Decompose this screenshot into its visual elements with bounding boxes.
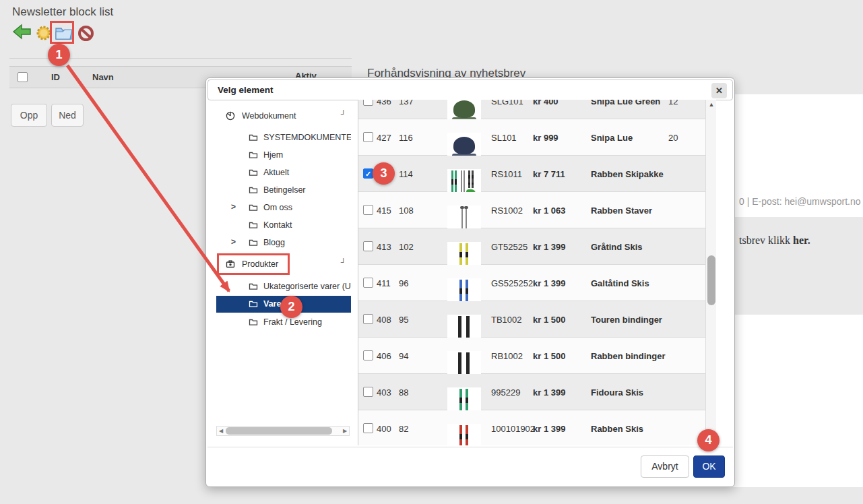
forbidden-icon[interactable] [77, 24, 95, 45]
move-up-button[interactable]: Opp [11, 104, 47, 127]
product-name: Rabben bindinger [591, 351, 666, 361]
scroll-left-icon[interactable]: ◀ [217, 427, 225, 435]
product-id: 436 [377, 100, 391, 106]
product-id: 408 [377, 315, 391, 325]
row-checkbox[interactable] [363, 132, 373, 142]
product-price: kr 400 [533, 100, 558, 106]
row-checkbox[interactable] [363, 350, 373, 360]
tree-item-blogg[interactable]: >Blogg [216, 234, 351, 251]
move-down-button[interactable]: Ned [51, 104, 84, 127]
product-name: Touren bindinger [591, 315, 662, 325]
tree-horizontal-scrollbar[interactable]: ◀ ▶ [216, 426, 350, 436]
row-checkbox[interactable] [363, 387, 373, 397]
chevron-right-icon[interactable]: > [231, 237, 236, 247]
product-qty: 12 [668, 100, 678, 106]
row-checkbox[interactable] [363, 241, 373, 251]
product-id: 403 [377, 387, 391, 398]
chevron-right-icon[interactable]: > [231, 202, 236, 212]
product-row[interactable]: 40895TB1002kr 1 500Touren bindinger [358, 301, 705, 338]
product-id: 411 [377, 278, 391, 288]
scrollbar-thumb[interactable] [226, 427, 332, 435]
scroll-up-icon[interactable]: ▲ [706, 101, 717, 108]
tree-item-label: Webdokument [242, 111, 296, 121]
tree-item-aktuelt[interactable]: Aktuelt [216, 164, 351, 181]
product-row[interactable]: 40082100101902kr 1 399Rabben Skis [358, 410, 705, 445]
product-name: Gråtind Skis [591, 242, 643, 252]
tree-item-hjem[interactable]: Hjem [216, 147, 351, 164]
folder-icon [249, 317, 258, 327]
page-title: Newsletter block list [12, 5, 113, 19]
product-list: 436137SLG101kr 400Snipa Lue Green1242711… [358, 100, 705, 445]
close-icon[interactable]: ✕ [711, 83, 727, 98]
product-row[interactable]: 436137SLG101kr 400Snipa Lue Green12 [358, 100, 705, 119]
back-arrow-icon[interactable] [12, 23, 32, 44]
tree-item-systemdokumenter[interactable]: SYSTEMDOKUMENTER [216, 129, 351, 146]
folder-icon [249, 238, 258, 247]
dialog-header: Velg element ✕ [207, 80, 733, 100]
product-sku: SL101 [491, 133, 517, 143]
tree-item-label: Blogg [263, 238, 285, 247]
product-ref: 108 [399, 206, 414, 216]
folder-icon [249, 203, 258, 212]
product-ref: 137 [399, 100, 414, 106]
product-sku: 100101902 [491, 424, 535, 434]
product-ref: 114 [399, 169, 413, 179]
product-row[interactable]: 41196GS525252kr 1 399Galtåtind Skis [358, 265, 705, 301]
preview-newsletter-text: tsbrev klikk her. [739, 234, 810, 247]
product-row[interactable]: 40388995229kr 1 399Fidoura Skis [358, 374, 705, 410]
ok-button[interactable]: OK [693, 455, 725, 478]
product-row[interactable]: 413102GT52525kr 1 399Gråtind Skis [358, 228, 705, 265]
product-ref: 116 [399, 133, 413, 143]
row-checkbox[interactable] [363, 100, 373, 106]
product-row[interactable]: 427116SL101kr 999Snipa Lue20 [358, 119, 705, 156]
tree-item-label: Aktuelt [263, 168, 289, 177]
product-row[interactable]: 415108RS1002kr 1 063Rabben Staver [358, 192, 705, 228]
row-checkbox[interactable]: ✓ [363, 168, 373, 179]
tree-item-frakt-levering[interactable]: Frakt / Levering [216, 314, 351, 331]
product-image-skis-red [447, 424, 481, 445]
product-qty: 20 [668, 133, 678, 143]
tree-item-label: Kontakt [263, 220, 292, 230]
folder-icon [249, 299, 258, 309]
cancel-button[interactable]: Avbryt [641, 455, 689, 478]
tree-item-kontakt[interactable]: Kontakt [216, 217, 351, 234]
row-checkbox[interactable] [363, 423, 373, 433]
product-name: Fidoura Skis [591, 387, 643, 398]
tree-item-label: SYSTEMDOKUMENTER [263, 133, 351, 142]
scroll-right-icon[interactable]: ▶ [341, 427, 349, 435]
product-name: Galtåtind Skis [591, 278, 649, 288]
row-checkbox[interactable] [363, 278, 373, 288]
select-all-checkbox[interactable] [18, 72, 28, 82]
product-list-scrollbar[interactable]: ▲ [705, 100, 716, 445]
scrollbar-thumb[interactable] [707, 255, 715, 305]
product-id: 413 [377, 242, 391, 252]
preview-newsletter-link[interactable]: her. [793, 234, 810, 246]
corner-icon[interactable]: ┘ [341, 110, 346, 118]
row-checkbox[interactable] [363, 314, 373, 324]
product-price: kr 1 063 [533, 206, 565, 216]
tree-item-betingelser[interactable]: Betingelser [216, 182, 351, 199]
product-id: 400 [377, 424, 391, 434]
product-name: Snipa Lue [591, 133, 633, 143]
tree-item-ukategoriserte-varer-uni-v3[interactable]: Ukategoriserte varer (UNI V3 [216, 278, 351, 295]
velg-element-dialog: Velg element ✕ Webdokument┘SYSTEMDOKUMEN… [205, 77, 735, 487]
corner-icon[interactable]: ┘ [341, 258, 346, 266]
product-row[interactable]: ✓114RS1011kr 7 711Rabben Skipakke [358, 156, 705, 192]
preview-newsletter-block: tsbrev klikk her. [714, 217, 863, 315]
product-row[interactable]: 40694RB1002kr 1 500Rabben bindinger [358, 338, 705, 374]
tree-item-webdokument[interactable]: Webdokument┘ [216, 108, 351, 125]
product-sku: RS1011 [491, 169, 522, 179]
tree-item-label: Hjem [263, 150, 283, 160]
folder-icon [249, 150, 258, 160]
tree-item-om-oss[interactable]: >Om oss [216, 199, 351, 216]
tree-item-label: Frakt / Levering [263, 317, 322, 327]
product-sku: GT52525 [491, 242, 528, 252]
product-id: 406 [377, 351, 391, 361]
product-id: 427 [377, 133, 391, 143]
product-price: kr 1 399 [533, 242, 565, 252]
annotation-step-2: 2 [280, 296, 302, 318]
row-checkbox[interactable] [363, 205, 373, 215]
product-ref: 96 [399, 278, 408, 288]
column-header-id: ID [51, 72, 60, 82]
preview-contact-text: 0 | E-post: hei@umwsport.no [739, 196, 860, 207]
